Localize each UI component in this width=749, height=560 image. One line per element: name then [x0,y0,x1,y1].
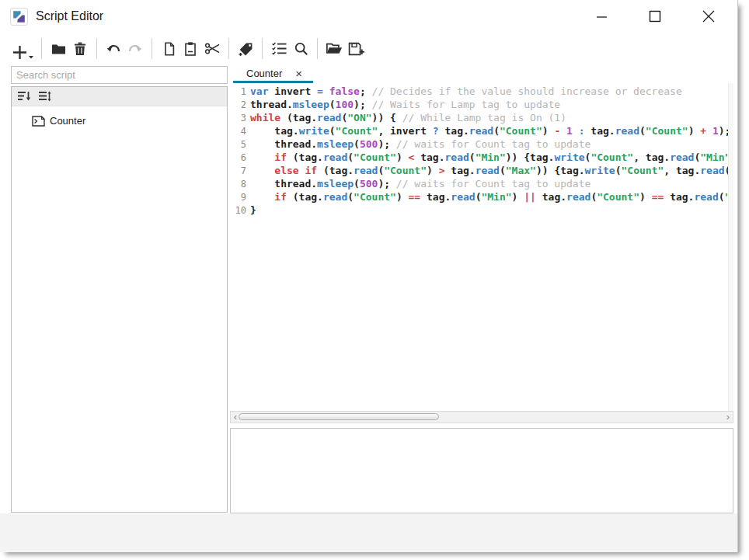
titlebar: Script Editor [0,0,737,33]
tab-counter[interactable]: Counter × [233,65,313,83]
script-editor-window: Script Editor [0,0,738,552]
redo-icon [127,42,143,56]
code-line[interactable]: 6 if (tag.read("Count") < tag.read("Min"… [230,151,733,165]
code-line[interactable]: 7 else if (tag.read("Count") > tag.read(… [230,165,733,178]
paste-button[interactable] [179,37,201,61]
close-icon [702,9,716,23]
maximize-icon [649,10,661,23]
search-input[interactable] [11,66,228,84]
footer: OK [0,513,737,552]
close-button[interactable] [700,8,717,25]
code-line[interactable]: 5 thread.msleep(500); // waits for Count… [230,138,733,151]
code-line[interactable]: 10} [230,204,733,217]
code-line[interactable]: 9 if (tag.read("Count") == tag.read("Min… [230,191,733,204]
code-line[interactable]: 2thread.msleep(100); // Waits for Lamp t… [230,99,733,112]
search-icon [294,41,308,56]
code-line[interactable]: 8 thread.msleep(500); // waits for Count… [230,178,733,191]
vertical-scrollbar[interactable] [728,83,733,411]
redo-button[interactable] [124,37,146,61]
checklist-icon [271,41,287,56]
tab-label: Counter [246,68,282,79]
toolbar-separator [262,38,263,59]
save-icon [347,41,364,57]
trash-icon [73,41,87,57]
copy-icon [162,41,176,57]
checklist-button[interactable] [268,37,290,61]
tree-item-counter[interactable]: Counter [32,115,227,127]
output-panel [230,428,733,513]
scroll-right-arrow[interactable]: › [723,412,733,423]
toolbar-separator [152,38,152,59]
folder-icon [51,41,67,57]
folder-button[interactable] [47,37,69,61]
toolbar-separator [41,38,42,59]
delete-button[interactable] [69,37,91,61]
tabbar: Counter × [230,65,313,83]
toolbar-separator [317,38,318,59]
tab-close-icon[interactable]: × [295,68,302,79]
code-lines: 1var invert = false; // Decides if the v… [230,83,733,217]
tag-button[interactable] [235,37,256,61]
cut-button[interactable] [201,37,223,61]
chevron-down-icon [28,54,34,61]
sort-descending-icon[interactable] [17,91,31,102]
window-controls [593,8,737,25]
toolbar [0,33,737,64]
scissors-icon [204,41,221,56]
minimize-button[interactable] [593,8,610,25]
undo-button[interactable] [103,37,124,61]
toolbar-separator [96,38,97,59]
copy-button[interactable] [158,37,179,61]
undo-icon [106,42,121,56]
tree-toolbar [12,87,227,106]
tag-icon [238,41,254,57]
open-folder-icon [326,41,343,56]
scrollbar-thumb[interactable] [239,413,439,420]
maximize-button[interactable] [646,8,664,25]
paste-icon [183,41,197,57]
minimize-icon [596,11,608,23]
save-button[interactable] [345,37,367,61]
tree-item-label: Counter [50,115,85,127]
script-file-icon [32,116,45,127]
open-button[interactable] [323,37,345,61]
code-editor[interactable]: 1var invert = false; // Decides if the v… [230,83,733,411]
script-tree-panel: Counter [11,86,228,513]
sort-updown-icon[interactable] [38,91,52,102]
code-line[interactable]: 3while (tag.read("ON")) { // While Lamp … [230,112,733,125]
horizontal-scrollbar[interactable]: ‹ › [230,411,733,423]
code-line[interactable]: 1var invert = false; // Decides if the v… [230,85,733,99]
add-script-button[interactable] [10,37,36,61]
code-line[interactable]: 4 tag.write("Count", invert ? tag.read("… [230,125,733,138]
window-title: Script Editor [36,9,103,23]
toolbar-separator [228,38,229,59]
app-logo-icon [10,8,28,26]
add-icon [12,44,28,61]
search-button[interactable] [290,37,312,61]
